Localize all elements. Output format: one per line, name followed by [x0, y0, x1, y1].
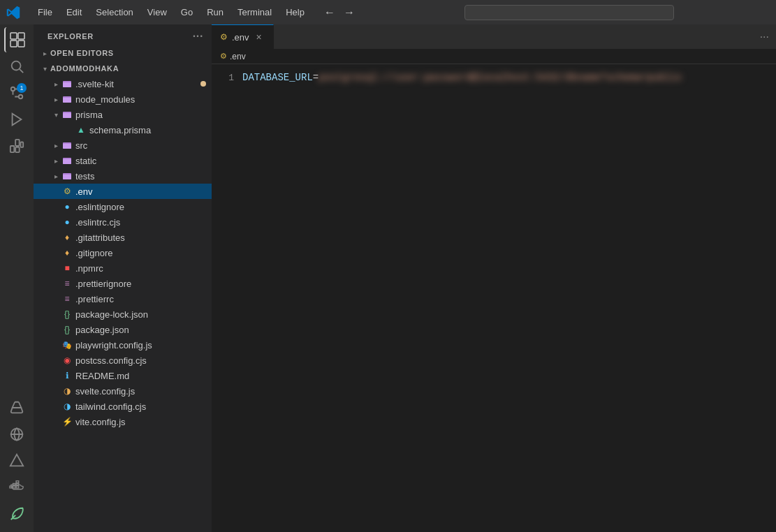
project-root[interactable]: ADOMMODHAKA	[34, 61, 212, 76]
env-file-name: .env	[75, 186, 212, 197]
npmrc-file[interactable]: ■ .npmrc	[34, 260, 212, 276]
value-database-url: postgresql://user:password@localhost:543…	[319, 71, 682, 84]
svg-rect-0	[10, 33, 17, 39]
nav-forward-button[interactable]: →	[341, 5, 358, 20]
menu-selection[interactable]: Selection	[90, 4, 138, 20]
postcss-file[interactable]: ◉ postcss.config.cjs	[34, 353, 212, 368]
search-activity-icon[interactable]	[4, 54, 29, 79]
prettierignore-file[interactable]: ≡ .prettierignore	[34, 276, 212, 291]
project-name: ADOMMODHAKA	[50, 64, 212, 73]
leaf-activity-icon[interactable]	[4, 501, 29, 526]
line-numbers: 1	[212, 64, 240, 532]
editor-content[interactable]: 1 DATABASE_URL=postgresql://user:passwor…	[212, 64, 776, 532]
tab-bar-more-button[interactable]: ···	[753, 31, 776, 43]
svelte-config-file[interactable]: ◑ svelte.config.js	[34, 383, 212, 399]
package-json-file[interactable]: {} package.json	[34, 322, 212, 337]
tailwind-icon: ◑	[61, 401, 73, 412]
prettierignore-name: .prettierignore	[75, 279, 212, 289]
eslintignore-icon: ●	[61, 201, 73, 212]
tests-folder[interactable]: tests	[34, 168, 212, 184]
prisma-folder[interactable]: prisma	[34, 107, 212, 122]
svelte-kit-modified-dot	[200, 81, 206, 87]
static-name: static	[75, 156, 212, 166]
gitignore-file[interactable]: ♦ .gitignore	[34, 245, 212, 260]
svg-rect-13	[21, 142, 24, 147]
flask-activity-icon[interactable]	[4, 395, 29, 420]
npmrc-icon: ■	[61, 263, 73, 274]
line-number-1: 1	[212, 71, 234, 84]
svelte-kit-folder-icon	[61, 78, 73, 89]
menu-bar: File Edit Selection View Go Run Terminal…	[32, 4, 310, 20]
eslintrc-file[interactable]: ● .eslintrc.cjs	[34, 214, 212, 230]
svg-rect-11	[15, 140, 20, 146]
triangle-activity-icon[interactable]	[4, 448, 29, 473]
source-control-activity-icon[interactable]: 1	[4, 80, 29, 105]
svg-rect-31	[63, 159, 71, 164]
prisma-name: prisma	[75, 110, 212, 120]
tests-arrow	[50, 170, 61, 182]
eslintignore-name: .eslintignore	[75, 202, 212, 212]
postcss-icon: ◉	[61, 355, 73, 366]
readme-file[interactable]: ℹ README.md	[34, 368, 212, 383]
prisma-folder-icon	[61, 109, 73, 120]
code-line-1: DATABASE_URL=postgresql://user:password@…	[242, 71, 776, 84]
postcss-name: postcss.config.cjs	[75, 355, 212, 366]
readme-icon: ℹ	[61, 370, 73, 381]
env-tab[interactable]: ⚙ .env ×	[212, 24, 274, 49]
menu-help[interactable]: Help	[280, 4, 310, 20]
remote-activity-icon[interactable]	[4, 422, 29, 447]
command-palette-input[interactable]	[464, 5, 674, 20]
menu-edit[interactable]: Edit	[61, 4, 87, 20]
tab-bar: ⚙ .env × ···	[212, 24, 776, 49]
svg-point-4	[12, 61, 21, 71]
keyword-database-url: DATABASE_URL	[242, 71, 313, 84]
sidebar-header: EXPLORER ···	[34, 24, 212, 45]
package-lock-file[interactable]: {} package-lock.json	[34, 306, 212, 322]
source-control-badge: 1	[17, 83, 27, 93]
schema-prisma-file[interactable]: ▲ schema.prisma	[34, 122, 212, 138]
tests-name: tests	[75, 171, 212, 182]
gitattributes-file[interactable]: ♦ .gitattributes	[34, 230, 212, 245]
vite-icon: ⚡	[61, 416, 73, 427]
svg-point-6	[11, 87, 15, 91]
tailwind-file[interactable]: ◑ tailwind.config.cjs	[34, 399, 212, 414]
docker-activity-icon[interactable]	[4, 475, 29, 500]
explorer-activity-icon[interactable]	[4, 27, 29, 52]
menu-file[interactable]: File	[32, 4, 58, 20]
env-tab-close[interactable]: ×	[254, 31, 265, 43]
open-editors-section[interactable]: OPEN EDITORS	[34, 45, 212, 61]
menu-view[interactable]: View	[142, 4, 173, 20]
src-name: src	[75, 140, 212, 151]
svelte-kit-folder[interactable]: .svelte-kit	[34, 76, 212, 91]
svg-marker-15	[10, 455, 23, 466]
env-file[interactable]: ⚙ .env	[34, 184, 212, 199]
node-modules-folder[interactable]: node_modules	[34, 91, 212, 107]
eslintignore-file[interactable]: ● .eslintignore	[34, 199, 212, 214]
playwright-file[interactable]: 🎭 playwright.config.js	[34, 337, 212, 353]
menu-go[interactable]: Go	[175, 4, 198, 20]
static-folder[interactable]: static	[34, 153, 212, 168]
equals-sign: =	[313, 71, 319, 84]
package-json-name: package.json	[75, 325, 212, 335]
sidebar-more-button[interactable]: ···	[193, 30, 203, 43]
code-area[interactable]: DATABASE_URL=postgresql://user:password@…	[240, 64, 776, 532]
tests-folder-icon	[61, 170, 73, 182]
nav-back-button[interactable]: ←	[321, 5, 338, 20]
prettierrc-file[interactable]: ≡ .prettierrc	[34, 291, 212, 306]
open-editors-arrow	[39, 47, 50, 59]
package-lock-name: package-lock.json	[75, 309, 212, 320]
menu-terminal[interactable]: Terminal	[232, 4, 277, 20]
src-folder-icon	[61, 140, 73, 151]
menu-run[interactable]: Run	[201, 4, 229, 20]
node-modules-folder-icon	[61, 94, 73, 105]
svg-rect-21	[16, 481, 19, 483]
gitattributes-name: .gitattributes	[75, 232, 212, 243]
vite-file[interactable]: ⚡ vite.config.js	[34, 414, 212, 429]
run-activity-icon[interactable]	[4, 107, 29, 132]
sidebar: EXPLORER ··· OPEN EDITORS ADOMMODHAKA .s…	[34, 24, 212, 532]
svg-rect-23	[63, 82, 71, 87]
extensions-activity-icon[interactable]	[4, 133, 29, 158]
activity-bar: 1	[0, 24, 34, 532]
eslintrc-icon: ●	[61, 216, 73, 228]
src-folder[interactable]: src	[34, 138, 212, 153]
